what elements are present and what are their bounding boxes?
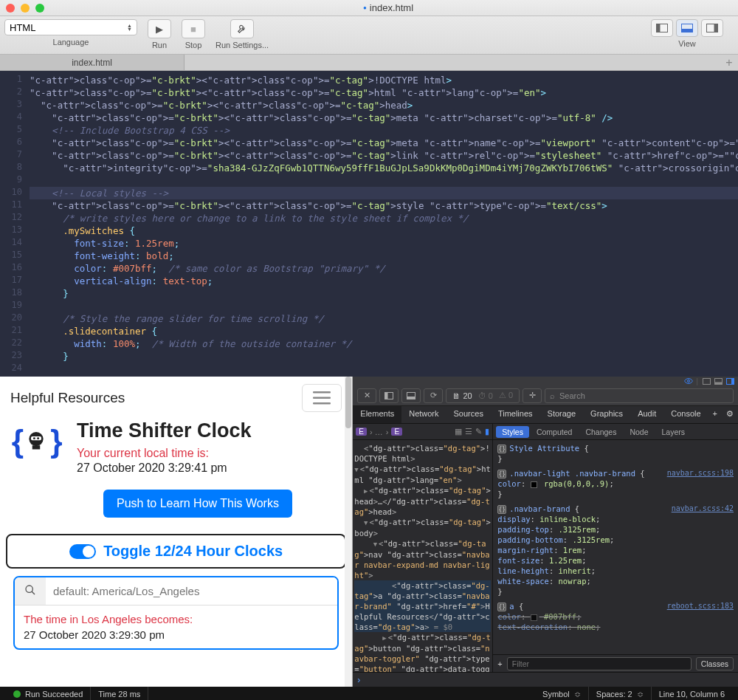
devtools-tab-audit[interactable]: Audit [630,406,663,423]
view-bottom-panel-button[interactable] [676,19,698,37]
minimize-window-button[interactable] [21,4,30,13]
run-label: Run [152,41,167,49]
view-label: View [678,39,696,48]
svg-rect-27 [407,397,415,399]
devtools-toolbar: ✕ ⟳ 🗎 20 ⏱ 0 ⚠ 0 ✛ ⌕ Search [353,385,738,406]
svg-point-18 [688,380,690,382]
logo-icon: { } [10,419,62,464]
run-settings-button[interactable] [230,19,254,38]
preview-local-time: 27 October 2020 3:29:41 pm [77,461,252,475]
preview-pane: Helpful Resources { } Time Shifter Clock [0,377,353,687]
styles-filter-bar: + Classes [493,654,738,672]
dock-icon[interactable] [703,377,710,385]
svg-text:}: } [50,424,62,459]
learn-more-label: Push to Learn How This Works [117,497,279,509]
styles-tab-computed[interactable]: Computed [531,426,578,438]
success-dot-icon [13,690,21,698]
classes-button[interactable]: Classes [696,657,734,670]
svg-rect-12 [32,445,41,449]
edit-icon[interactable]: ✎ [475,427,482,436]
devtools-tab-console[interactable]: Console [663,406,708,423]
dom-tree-panel: E › … › E ▦ ☰ ✎ ▮ <"dg-attr">class="dg-t… [353,424,493,672]
navbar-toggler[interactable] [302,384,342,412]
doc-count: 🗎 20 [452,391,472,400]
layout-grid-icon[interactable]: ▦ [455,427,462,436]
svg-rect-21 [715,382,723,385]
dock-bottom-icon[interactable] [714,377,722,385]
close-devtools-button[interactable]: ✕ [357,388,376,403]
preview-title: Time Shifter Clock [77,419,252,442]
lower-pane: Helpful Resources { } Time Shifter Clock [0,377,738,687]
svg-rect-1 [657,24,661,32]
run-button[interactable]: ▶ [148,19,171,38]
search-placeholder: Search [559,391,585,400]
dock-side-button[interactable] [379,388,399,403]
hamburger-icon [313,391,331,405]
symbol-picker[interactable]: Symbol ≎ [535,687,589,700]
code-editor[interactable]: 123456789101112131415161718192021222324 … [0,71,738,377]
timezone-input[interactable] [46,577,337,605]
svg-rect-19 [703,379,711,385]
new-tab-button[interactable]: + [720,55,738,70]
console-prompt[interactable]: › [353,672,738,687]
svg-rect-23 [731,379,734,385]
toggle-clock-format[interactable]: Toggle 12/24 Hour Clocks [6,534,346,569]
code-area[interactable]: "c-attr">class"c-op">="c-brkt"><"c-attr"… [30,71,738,377]
toggle-icon[interactable]: ▮ [485,427,489,436]
indentation-picker[interactable]: Spaces: 2 ≎ [589,687,652,700]
search-icon: ⌕ [550,391,555,400]
timer-count: ⏱ 0 [478,391,493,400]
layout-list-icon[interactable]: ☰ [465,427,472,436]
add-rule-button[interactable]: + [497,659,502,668]
devtools-tab-timelines[interactable]: Timelines [491,406,540,423]
reload-button[interactable]: ⟳ [424,388,443,403]
view-left-panel-button[interactable] [651,19,673,37]
css-rules[interactable]: {}Style Attribute {}navbar.scss:198{}.na… [493,440,738,654]
add-panel-button[interactable]: + [708,406,722,423]
devtools-tab-network[interactable]: Network [401,406,446,423]
styles-filter-input[interactable] [507,657,692,670]
panel-left-icon [656,24,668,32]
devtools-tab-elements[interactable]: Elements [353,406,401,423]
devtools-search[interactable]: ⌕ Search [545,388,734,403]
timezone-card: The time in Los Angeles becomes: 27 Octo… [13,576,339,650]
target-button[interactable]: ✛ [523,388,542,403]
language-value: HTML [10,22,35,33]
svg-point-16 [26,586,32,592]
devtools-quickbar: | [353,377,738,385]
line-gutter: 123456789101112131415161718192021222324 [0,71,30,377]
toggle-switch-icon [69,544,96,559]
dock-bottom-button[interactable] [401,388,421,403]
cursor-position: Line 10, Column 6 [652,687,732,700]
zoom-window-button[interactable] [35,4,44,13]
close-window-button[interactable] [6,4,15,13]
language-select[interactable]: HTML ▲▼ [4,19,137,35]
devtools-tab-graphics[interactable]: Graphics [583,406,630,423]
panel-right-icon [706,24,718,32]
devtools-settings-button[interactable]: ⚙ [722,406,738,423]
dom-tree[interactable]: <"dg-attr">class="dg-tag">!DOCTYPE html>… [353,440,492,672]
learn-more-button[interactable]: Push to Learn How This Works [103,490,292,518]
dock-right-icon[interactable] [726,377,734,385]
devtools-tab-storage[interactable]: Storage [540,406,584,423]
file-tab[interactable]: index.html [0,55,184,70]
crumb-element-icon[interactable]: E [391,428,402,436]
styles-tab-changes[interactable]: Changes [579,426,622,438]
view-right-panel-button[interactable] [701,19,723,37]
svg-rect-8 [313,402,331,405]
styles-tab-node[interactable]: Node [624,426,654,438]
styles-tab-layers[interactable]: Layers [656,426,692,438]
svg-text:{: { [12,424,24,459]
run-status: Run Succeeded [6,687,91,700]
devtools-tab-sources[interactable]: Sources [446,406,491,423]
toolbar: HTML ▲▼ Language ▶ Run ■ Stop Run Settin… [0,16,738,55]
svg-line-17 [32,591,35,594]
preview-nav-brand[interactable]: Helpful Resources [10,390,125,406]
tab-bar: index.html + [0,55,738,71]
preview-scrollbar[interactable] [345,377,352,687]
eye-icon[interactable] [684,377,692,385]
crumb-element-icon[interactable]: E [356,428,367,436]
styles-tab-styles[interactable]: Styles [496,426,529,438]
svg-rect-6 [313,391,331,394]
stop-button[interactable]: ■ [182,19,205,38]
